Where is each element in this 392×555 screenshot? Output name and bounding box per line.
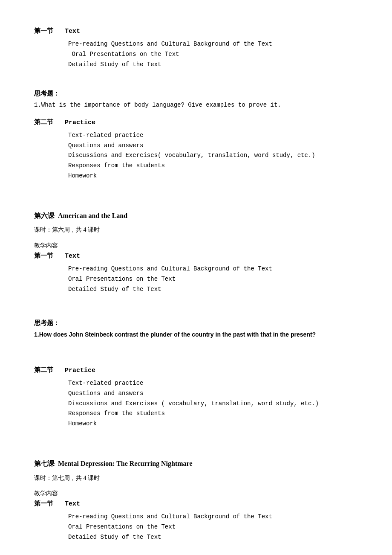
lesson5-section1-items: Pre-reading Questions and Cultural Backg…: [34, 39, 358, 70]
section1-label: 第一节: [34, 500, 53, 507]
section2-en-label: Practice: [65, 367, 95, 374]
list-item: Detailed Study of the Text: [68, 532, 358, 543]
list-item: Responses from the students: [68, 409, 358, 419]
lesson5-think-title: 思考题：: [34, 88, 358, 99]
list-item: Homework: [68, 171, 358, 181]
lesson5-think-q1: 1.What is the importance of body languag…: [34, 100, 358, 110]
section2-label: 第二节: [34, 366, 53, 373]
lesson6-section2-items: Text-related practice Questions and answ…: [34, 378, 358, 429]
lesson6-think-q1: 1.How does John Steinbeck contrast the p…: [34, 330, 358, 339]
list-item: Oral Presentations on the Text: [68, 274, 358, 285]
list-item: Discussions and Exercises( vocabulary, t…: [68, 151, 358, 161]
lesson6-think-title: 思考题：: [34, 318, 358, 328]
list-item: Detailed Study of the Text: [68, 285, 358, 295]
lesson7-section1-items: Pre-reading Questions and Cultural Backg…: [34, 512, 358, 542]
section1-en-label: Text: [65, 253, 80, 260]
list-item: Detailed Study of the Text: [68, 60, 358, 70]
list-item: Pre-reading Questions and Cultural Backg…: [68, 512, 358, 522]
section1-label: 第一节: [34, 27, 53, 34]
lesson7-teaching-label: 教学内容: [34, 489, 358, 498]
lesson6-meta: 课时：第六周，共 4 课时: [34, 225, 358, 235]
list-item: Oral Presentations on the Text: [68, 49, 358, 60]
lesson5-section1-header: 第一节 Text: [34, 26, 358, 37]
lesson6-header: 第六课 American and the Land: [34, 210, 358, 221]
lesson5-section2-header: 第二节 Practice: [34, 117, 358, 128]
list-item: Pre-reading Questions and Cultural Backg…: [68, 39, 358, 49]
list-item: Questions and answers: [68, 141, 358, 151]
list-item: Oral Presentations on the Text: [68, 522, 358, 532]
section2-en-label: Practice: [65, 119, 95, 126]
section1-en-label: Text: [65, 28, 80, 35]
list-item: Questions and answers: [68, 389, 358, 399]
lesson5-section2-items: Text-related practice Questions and answ…: [34, 131, 358, 181]
section1-label: 第一节: [34, 252, 53, 259]
section1-en-label: Text: [65, 500, 80, 508]
lesson6-section1-items: Pre-reading Questions and Cultural Backg…: [34, 264, 358, 294]
section2-label: 第二节: [34, 119, 53, 125]
lesson7-meta: 课时：第七周，共 4 课时: [34, 474, 358, 483]
lesson7-header: 第七课 Mental Depression: The Recurring Nig…: [34, 458, 358, 469]
lesson6-section1-header: 第一节 Text: [34, 250, 358, 262]
lesson7-section1-header: 第一节 Text: [34, 498, 358, 509]
list-item: Responses from the students: [68, 161, 358, 171]
list-item: Text-related practice: [68, 131, 358, 141]
lesson6-teaching-label: 教学内容: [34, 241, 358, 250]
list-item: Text-related practice: [68, 378, 358, 389]
list-item: Discussions and Exercises ( vocabulary, …: [68, 399, 358, 409]
lesson6-section2-header: 第二节 Practice: [34, 365, 358, 376]
list-item: Homework: [68, 419, 358, 429]
list-item: Pre-reading Questions and Cultural Backg…: [68, 264, 358, 274]
